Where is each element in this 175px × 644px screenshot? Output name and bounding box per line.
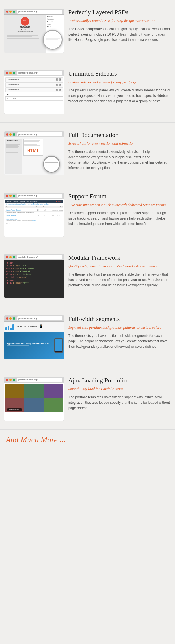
segments-subtitle: Segment with parallax backgrounds, patte… (68, 325, 171, 330)
browser-dot-green (13, 133, 15, 136)
browser-dot-green (13, 195, 15, 197)
feature-psd: portfoliotheme.org/ FollowMary on f t g (0, 0, 175, 61)
browser-dot-red (6, 317, 8, 320)
code-line: <meta name="KEYWORDS (6, 270, 62, 273)
psd-description: The PSDs incorporates 12 column grid, hi… (68, 26, 171, 43)
browser-content-sidebars: Custom Sidebar 1 ✎ ✕ Custom Sidebar 2 ✎ … (4, 76, 64, 114)
portfolio-item (24, 384, 44, 398)
portfolio-content: Ajax Loading Portfolio Smooth Lazy load … (68, 377, 171, 421)
delete-icon: ✕ (59, 84, 61, 86)
browser-dot-red (6, 195, 8, 197)
psd-avatar: FollowMary on (21, 17, 29, 26)
psd-nav-item: intro text (47, 16, 63, 17)
psd-nav-item: slider (47, 23, 63, 25)
framework-description: The theme is built on the same solid, st… (68, 272, 171, 288)
browser-dot-green (13, 317, 15, 320)
psd-nav-item: main features (47, 21, 63, 22)
code-line: </head> (6, 279, 62, 281)
edit-icon: ✎ (56, 89, 58, 91)
psd-name: Mary GruberFounder, Technical Director (17, 29, 33, 32)
browser-address: portfoliotheme.org/ (17, 71, 62, 75)
code-line: <script language=" (6, 276, 62, 278)
code-line: <link rel="stylesheet (6, 273, 62, 276)
sidebar-title-value: Custom Sidebar 3 (5, 97, 63, 101)
framework-title: Modular Framework (68, 254, 171, 261)
doc-title: Full Documentation (68, 131, 171, 139)
portfolio-subtitle: Smooth Lazy load for Portfolio items (68, 386, 171, 391)
browser-dot-red (6, 72, 8, 74)
browser-content-portfolio: Loading the next... (4, 383, 64, 421)
code-line: <body bgcolor="#fff (6, 282, 62, 284)
segments-title: Full-width segments (68, 315, 171, 323)
portfolio-item (5, 384, 24, 398)
psd-image: portfoliotheme.org/ FollowMary on f t g (4, 9, 64, 53)
code-line: <head> (6, 262, 62, 264)
browser-address: portfoliotheme.org/ (17, 132, 62, 136)
social-btn: f (20, 26, 22, 28)
sidebars-subtitle: Custom sidebar widget area for any post/… (68, 80, 171, 85)
sidebars-content: Unlimited Sidebars Custom sidebar widget… (68, 70, 171, 114)
segment-bottom: Appdev comes with many awesome features. (4, 332, 64, 359)
browser-address: portfoliotheme.org/ (17, 316, 62, 320)
forum-row: Appdev Theme Support 145 10 23 hours, 40… (5, 209, 63, 212)
segment-device (54, 338, 63, 353)
sidebar-row: Custom Sidebar 2 ✎ ✕ (5, 82, 63, 87)
doc-paper: HTML (23, 139, 43, 156)
browser-content-doc: Table of Contents (4, 137, 64, 175)
browser-dot-yellow (9, 133, 12, 136)
browser-dot-yellow (9, 72, 12, 74)
social-btn: g (25, 26, 28, 28)
browser-dot-green (13, 72, 15, 74)
browser-content-psd: FollowMary on f t g in Mary GruberFounde… (4, 15, 64, 53)
segments-image: portfoliotheme.org/ Analyze your Perform (4, 315, 64, 359)
support-content: Support Forum Five star support just a c… (68, 193, 171, 237)
sidebars-title: Unlimited Sidebars (68, 70, 171, 77)
loading-indicator: Loading the next... (7, 408, 22, 411)
sidebars-image: portfoliotheme.org/ Custom Sidebar 1 ✎ ✕… (4, 70, 64, 114)
sidebar-row: Custom Sidebar 1 ✎ ✕ (5, 77, 63, 82)
segments-description: The theme lets you have multiple full wi… (68, 333, 171, 350)
browser-content-code: <head> <meta name="TITLE <meta name="DES… (4, 260, 64, 298)
feature-documentation: portfoliotheme.org/ Table of Contents (0, 123, 175, 184)
browser-dot-yellow (9, 379, 12, 381)
browser-address: portfoliotheme.org/ (17, 194, 62, 198)
edit-icon: ✎ (56, 78, 58, 81)
sidebar-row: Custom Sidebar 3 ✎ ✕ (5, 87, 63, 92)
portfolio-title: Ajax Loading Portfolio (68, 377, 171, 384)
browser-dot-yellow (9, 256, 12, 258)
framework-content: Modular Framework Quality code, semantic… (68, 254, 171, 298)
portfolio-item (44, 398, 63, 412)
browser-dot-yellow (9, 11, 12, 13)
portfolio-image: portfoliotheme.org/ Loading the next... (4, 377, 64, 421)
feature-support: portfoliotheme.org/ ThemeForest by AppDe… (0, 184, 175, 245)
feature-portfolio: portfoliotheme.org/ Loading the next... (0, 368, 175, 430)
psd-content: Perfectly Layered PSDs Professionally cr… (68, 9, 171, 53)
browser-dot-green (13, 11, 15, 13)
portfolio-grid: Loading the next... (4, 383, 64, 421)
support-subtitle: Five star support just a click away with… (68, 202, 171, 207)
documentation-image: portfoliotheme.org/ Table of Contents (4, 131, 64, 175)
sidebars-description: The powerful admin panel lets you create… (68, 88, 171, 104)
browser-dot-yellow (9, 195, 12, 197)
forum-row: Splash Theme S... 77 0 23 hours, 42 minu… (5, 214, 63, 217)
browser-content-forum: ThemeForest by AppDev Theme Support ▲ Re… (4, 199, 64, 237)
browser-dot-red (6, 11, 8, 13)
portfolio-description: The portfolio templates have filtering s… (68, 395, 171, 411)
code-line: <meta name="TITLE (6, 265, 62, 267)
browser-address: portfoliotheme.org/ (17, 10, 62, 14)
framework-image: portfoliotheme.org/ <head> <meta name="T… (4, 254, 64, 298)
psd-nav-item: header (47, 26, 63, 28)
browser-dot-yellow (9, 317, 12, 320)
browser-address: portfoliotheme.org/ (17, 255, 62, 259)
psd-title: Perfectly Layered PSDs (68, 9, 171, 16)
psd-nav-item: app features (47, 18, 63, 20)
browser-dot-red (6, 256, 8, 258)
portfolio-item (44, 384, 63, 398)
browser-dot-red (6, 133, 8, 136)
feature-sidebars: portfoliotheme.org/ Custom Sidebar 1 ✎ ✕… (0, 61, 175, 123)
portfolio-item: Loading the next... (5, 398, 24, 412)
much-more-title: And Much More ... (6, 435, 65, 444)
browser-dot-green (13, 379, 15, 381)
browser-dot-red (6, 379, 8, 381)
browser-content-segments: Analyze your Performance 📱 Appdev comes … (4, 322, 64, 359)
